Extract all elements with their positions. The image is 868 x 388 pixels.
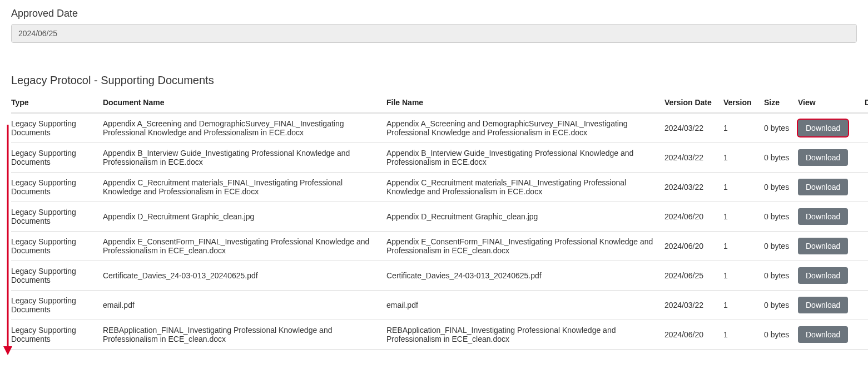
cell-type: Legacy Supporting Documents [11, 173, 103, 202]
table-row: Legacy Supporting DocumentsAppendix B_In… [11, 143, 868, 173]
cell-view: Download [798, 261, 865, 291]
th-delete: Delete [865, 95, 868, 113]
cell-view: Download [798, 291, 865, 320]
download-button[interactable]: Download [798, 297, 848, 313]
cell-version: 1 [723, 173, 764, 202]
cell-version: 1 [723, 261, 764, 291]
cell-size: 0 bytes [764, 232, 798, 261]
cell-document-name: Certificate_Davies_24-03-013_20240625.pd… [103, 261, 386, 291]
download-button[interactable]: Download [798, 120, 848, 136]
cell-view: Download [798, 202, 865, 232]
cell-file-name: Appendix B_Interview Guide_Investigating… [386, 143, 664, 173]
table-row: Legacy Supporting DocumentsAppendix D_Re… [11, 202, 868, 232]
cell-file-name: Appendix A_Screening and DemographicSurv… [386, 113, 664, 143]
cell-document-name: Appendix B_Interview Guide_Investigating… [103, 143, 386, 173]
cell-version-date: 2024/03/22 [664, 173, 723, 202]
th-version: Version [723, 95, 764, 113]
cell-size: 0 bytes [764, 202, 798, 232]
cell-file-name: Certificate_Davies_24-03-013_20240625.pd… [386, 261, 664, 291]
cell-size: 0 bytes [764, 261, 798, 291]
cell-view: Download [798, 143, 865, 173]
cell-file-name: REBApplication_FINAL_Investigating Profe… [386, 320, 664, 350]
table-row: Legacy Supporting DocumentsCertificate_D… [11, 261, 868, 291]
cell-version: 1 [723, 143, 764, 173]
th-view: View [798, 95, 865, 113]
cell-delete [865, 261, 868, 291]
cell-file-name: Appendix D_Recruitment Graphic_clean.jpg [386, 202, 664, 232]
download-button[interactable]: Download [798, 326, 848, 343]
cell-type: Legacy Supporting Documents [11, 291, 103, 320]
cell-document-name: REBApplication_FINAL_Investigating Profe… [103, 320, 386, 350]
cell-document-name: Appendix E_ConsentForm_FINAL_Investigati… [103, 232, 386, 261]
cell-delete [865, 320, 868, 350]
cell-version-date: 2024/03/22 [664, 143, 723, 173]
cell-document-name: Appendix D_Recruitment Graphic_clean.jpg [103, 202, 386, 232]
cell-delete [865, 202, 868, 232]
cell-type: Legacy Supporting Documents [11, 113, 103, 143]
cell-document-name: Appendix C_Recruitment materials_FINAL_I… [103, 173, 386, 202]
cell-size: 0 bytes [764, 291, 798, 320]
documents-table: Type Document Name File Name Version Dat… [11, 95, 868, 350]
cell-size: 0 bytes [764, 173, 798, 202]
cell-size: 0 bytes [764, 320, 798, 350]
approved-date-value: 2024/06/25 [11, 24, 857, 43]
table-row: Legacy Supporting DocumentsAppendix E_Co… [11, 232, 868, 261]
cell-view: Download [798, 320, 865, 350]
cell-version: 1 [723, 232, 764, 261]
cell-version-date: 2024/06/20 [664, 320, 723, 350]
table-row: Legacy Supporting DocumentsAppendix A_Sc… [11, 113, 868, 143]
th-file-name: File Name [386, 95, 664, 113]
th-type: Type [11, 95, 103, 113]
download-button[interactable]: Download [798, 208, 848, 225]
cell-size: 0 bytes [764, 143, 798, 173]
cell-version-date: 2024/06/20 [664, 232, 723, 261]
cell-delete [865, 173, 868, 202]
cell-view: Download [798, 173, 865, 202]
cell-file-name: Appendix E_ConsentForm_FINAL_Investigati… [386, 232, 664, 261]
cell-version: 1 [723, 291, 764, 320]
cell-delete [865, 232, 868, 261]
cell-delete [865, 113, 868, 143]
cell-version: 1 [723, 113, 764, 143]
approved-date-label: Approved Date [11, 8, 857, 19]
cell-file-name: email.pdf [386, 291, 664, 320]
cell-view: Download [798, 113, 865, 143]
cell-version-date: 2024/06/20 [664, 202, 723, 232]
cell-version-date: 2024/03/22 [664, 291, 723, 320]
th-size: Size [764, 95, 798, 113]
section-title: Legacy Protocol - Supporting Documents [11, 74, 857, 87]
cell-delete [865, 291, 868, 320]
table-row: Legacy Supporting DocumentsREBApplicatio… [11, 320, 868, 350]
cell-version-date: 2024/06/25 [664, 261, 723, 291]
cell-version-date: 2024/03/22 [664, 113, 723, 143]
cell-version: 1 [723, 202, 764, 232]
cell-type: Legacy Supporting Documents [11, 143, 103, 173]
cell-file-name: Appendix C_Recruitment materials_FINAL_I… [386, 173, 664, 202]
cell-type: Legacy Supporting Documents [11, 232, 103, 261]
download-button[interactable]: Download [798, 179, 848, 195]
cell-document-name: Appendix A_Screening and DemographicSurv… [103, 113, 386, 143]
th-document-name: Document Name [103, 95, 386, 113]
download-button[interactable]: Download [798, 238, 848, 254]
cell-type: Legacy Supporting Documents [11, 202, 103, 232]
th-version-date: Version Date [664, 95, 723, 113]
table-row: Legacy Supporting DocumentsAppendix C_Re… [11, 173, 868, 202]
cell-version: 1 [723, 320, 764, 350]
cell-type: Legacy Supporting Documents [11, 320, 103, 350]
cell-type: Legacy Supporting Documents [11, 261, 103, 291]
table-row: Legacy Supporting Documentsemail.pdfemai… [11, 291, 868, 320]
download-button[interactable]: Download [798, 149, 848, 166]
cell-size: 0 bytes [764, 113, 798, 143]
cell-delete [865, 143, 868, 173]
cell-view: Download [798, 232, 865, 261]
download-button[interactable]: Download [798, 267, 848, 284]
cell-document-name: email.pdf [103, 291, 386, 320]
